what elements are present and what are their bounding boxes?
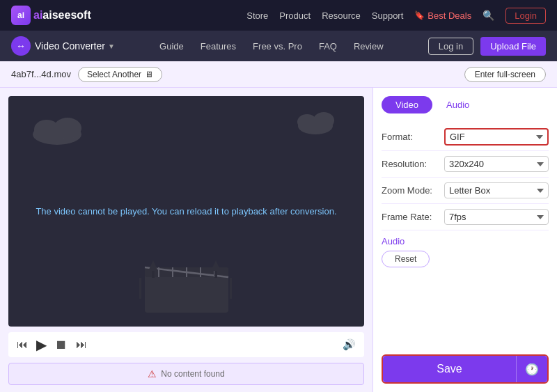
rewind-button[interactable]: ⏮ [17,338,28,351]
svg-point-5 [313,112,334,129]
svg-marker-14 [148,260,158,271]
clap-board-graphic [138,257,235,313]
controls-bar: ⏮ ▶ ⏹ ⏭ 🔊 [8,332,364,357]
reset-button[interactable]: Reset [382,251,430,267]
save-bar: Save 🕐 [382,354,549,384]
svg-marker-16 [211,260,221,271]
cloud-decoration-2 [295,107,336,134]
stop-button[interactable]: ⏹ [55,338,68,352]
converter-icon: ↔ [11,36,31,56]
logo-text: aiaiseesoft [33,9,91,22]
settings-panel: Video Audio Format: GIF MP4 AVI MOV MKV … [372,88,557,392]
zoom-mode-row: Zoom Mode: Letter Box Pan & Scan Full [382,178,549,204]
best-deals-link[interactable]: 🔖 Best Deals [414,10,471,21]
login-button[interactable]: Login [505,8,546,24]
settings-rows: Format: GIF MP4 AVI MOV MKV Resolution: … [382,123,549,230]
status-bar: ⚠ No content found [8,363,364,385]
faq-link[interactable]: FAQ [319,41,337,52]
top-nav-right: Store Product Resource Support 🔖 Best De… [246,8,546,24]
clock-icon: 🕐 [525,363,539,376]
frame-rate-row: Frame Rate: 7fps 15fps 24fps 30fps 60fps [382,204,549,230]
top-nav-left: ai aiaiseesoft [11,6,91,25]
format-select[interactable]: GIF MP4 AVI MOV MKV [444,128,549,146]
monitor-icon: 🖥 [145,70,153,79]
svg-rect-19 [230,278,232,299]
logo-icon: ai [11,6,31,25]
resolution-label: Resolution: [382,159,444,169]
forward-button[interactable]: ⏭ [76,338,87,351]
zoom-mode-select[interactable]: Letter Box Pan & Scan Full [444,182,549,198]
save-clock-icon-button[interactable]: 🕐 [516,356,547,382]
svg-rect-17 [214,271,217,278]
save-button[interactable]: Save [383,356,516,382]
second-nav-links: Guide Features Free vs. Pro FAQ Review [159,41,383,52]
controls-left: ⏮ ▶ ⏹ ⏭ [17,336,87,353]
dropdown-arrow-icon: ▼ [108,42,115,50]
product-link[interactable]: Product [279,10,311,21]
status-text: No content found [161,369,224,379]
upload-file-button[interactable]: Upload File [480,37,546,56]
svg-point-2 [54,118,81,139]
volume-icon[interactable]: 🔊 [343,338,356,351]
file-name: 4ab7f...4d.mov [11,69,71,79]
store-link[interactable]: Store [246,10,268,21]
warning-icon: ⚠ [148,368,157,379]
format-row: Format: GIF MP4 AVI MOV MKV [382,123,549,151]
resource-link[interactable]: Resource [322,10,361,21]
tab-video[interactable]: Video [382,96,432,113]
video-area: The video cannot be played. You can relo… [0,88,372,392]
tab-bar: Video Audio [382,96,549,113]
svg-rect-15 [152,271,155,278]
select-another-label: Select Another [87,70,141,79]
converter-label-group: ↔ Video Converter ▼ [11,36,115,56]
logo[interactable]: ai aiaiseesoft [11,6,91,25]
select-another-button[interactable]: Select Another 🖥 [78,67,162,82]
frame-rate-select[interactable]: 7fps 15fps 24fps 30fps 60fps [444,209,549,225]
resolution-select[interactable]: 320x240 640x480 1280x720 1920x1080 [444,156,549,172]
features-link[interactable]: Features [201,41,236,52]
format-label: Format: [382,132,444,142]
search-icon[interactable]: 🔍 [483,10,494,21]
tab-audio[interactable]: Audio [432,96,483,113]
review-link[interactable]: Review [354,41,384,52]
second-nav-right: Log in Upload File [428,37,546,56]
resolution-row: Resolution: 320x240 640x480 1280x720 192… [382,151,549,178]
second-nav: ↔ Video Converter ▼ Guide Features Free … [0,31,557,61]
file-bar-left: 4ab7f...4d.mov Select Another 🖥 [11,67,162,82]
support-link[interactable]: Support [372,10,404,21]
zoom-mode-label: Zoom Mode: [382,185,444,196]
audio-link[interactable]: Audio [382,230,549,251]
main-content: The video cannot be played. You can relo… [0,88,557,392]
video-player: The video cannot be played. You can relo… [8,96,364,327]
cloud-decoration-1 [29,110,85,145]
top-nav: ai aiaiseesoft Store Product Resource Su… [0,0,557,31]
video-message: The video cannot be played. You can relo… [22,205,350,219]
guide-link[interactable]: Guide [159,41,184,52]
converter-label[interactable]: Video Converter ▼ [35,40,115,52]
svg-rect-18 [139,278,141,299]
fullscreen-button[interactable]: Enter full-screen [464,67,546,82]
frame-rate-label: Frame Rate: [382,212,444,222]
free-vs-pro-link[interactable]: Free vs. Pro [253,41,302,52]
play-button[interactable]: ▶ [36,336,47,353]
log-in-button[interactable]: Log in [428,38,473,55]
file-bar: 4ab7f...4d.mov Select Another 🖥 Enter fu… [0,61,557,88]
